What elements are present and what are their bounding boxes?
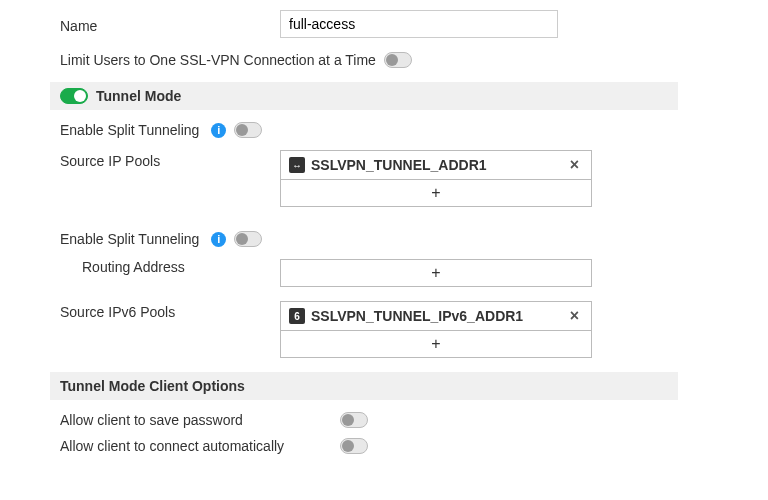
auto-connect-toggle[interactable] bbox=[340, 438, 368, 454]
auto-connect-label: Allow client to connect automatically bbox=[60, 438, 340, 454]
pool-item: 6 SSLVPN_TUNNEL_IPv6_ADDR1 × bbox=[281, 302, 591, 331]
split-tunneling-2-toggle[interactable] bbox=[234, 231, 262, 247]
save-password-label: Allow client to save password bbox=[60, 412, 340, 428]
remove-icon[interactable]: × bbox=[566, 307, 583, 325]
address-v6-icon: 6 bbox=[289, 308, 305, 324]
source-ip-pools-box: ↔ SSLVPN_TUNNEL_ADDR1 × + bbox=[280, 150, 592, 207]
tunnel-mode-header: Tunnel Mode bbox=[50, 82, 678, 110]
tunnel-mode-title: Tunnel Mode bbox=[96, 88, 181, 104]
tunnel-mode-toggle[interactable] bbox=[60, 88, 88, 104]
limit-users-toggle[interactable] bbox=[384, 52, 412, 68]
split-tunneling-1-label: Enable Split Tunneling bbox=[60, 122, 199, 138]
source-ipv6-pools-box: 6 SSLVPN_TUNNEL_IPv6_ADDR1 × + bbox=[280, 301, 592, 358]
add-routing-address-button[interactable]: + bbox=[281, 260, 591, 286]
pool-item-label: SSLVPN_TUNNEL_ADDR1 bbox=[311, 157, 560, 173]
info-icon[interactable]: i bbox=[211, 123, 226, 138]
add-ip-pool-button[interactable]: + bbox=[281, 180, 591, 206]
client-options-header: Tunnel Mode Client Options bbox=[50, 372, 678, 400]
limit-users-label: Limit Users to One SSL-VPN Connection at… bbox=[60, 52, 376, 68]
split-tunneling-2-label: Enable Split Tunneling bbox=[60, 231, 199, 247]
info-icon[interactable]: i bbox=[211, 232, 226, 247]
client-options-title: Tunnel Mode Client Options bbox=[60, 378, 245, 394]
source-ipv6-pools-label: Source IPv6 Pools bbox=[60, 301, 280, 320]
address-icon: ↔ bbox=[289, 157, 305, 173]
name-input[interactable] bbox=[280, 10, 558, 38]
routing-address-box: + bbox=[280, 259, 592, 287]
pool-item: ↔ SSLVPN_TUNNEL_ADDR1 × bbox=[281, 151, 591, 180]
add-ipv6-pool-button[interactable]: + bbox=[281, 331, 591, 357]
name-label: Name bbox=[60, 15, 280, 34]
remove-icon[interactable]: × bbox=[566, 156, 583, 174]
routing-address-label: Routing Address bbox=[60, 259, 280, 275]
pool-item-label: SSLVPN_TUNNEL_IPv6_ADDR1 bbox=[311, 308, 560, 324]
source-ip-pools-label: Source IP Pools bbox=[60, 150, 280, 169]
save-password-toggle[interactable] bbox=[340, 412, 368, 428]
split-tunneling-1-toggle[interactable] bbox=[234, 122, 262, 138]
